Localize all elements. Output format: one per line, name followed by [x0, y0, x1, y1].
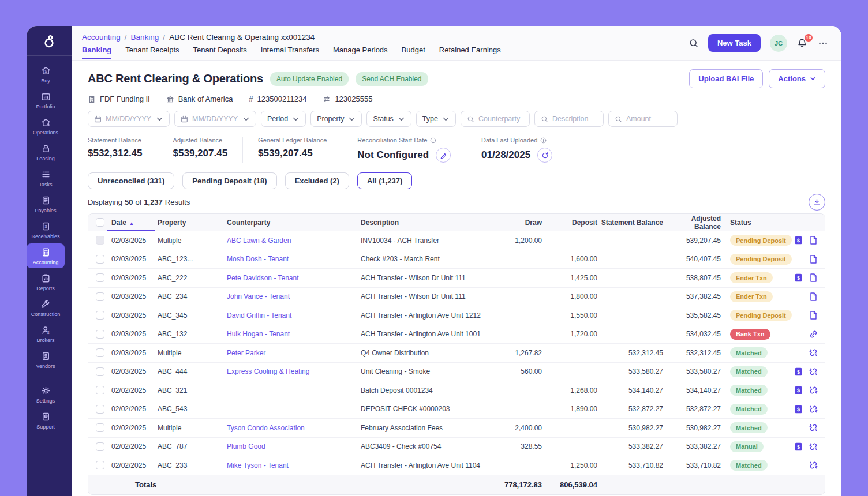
document-icon[interactable]: [809, 273, 818, 283]
sidebar-item-payables[interactable]: Payables: [27, 191, 65, 216]
filter-search-description[interactable]: Description: [534, 111, 604, 127]
filter-dropdown-period[interactable]: Period: [261, 111, 306, 127]
sidebar-item-receivables[interactable]: $Receivables: [27, 217, 65, 242]
search-icon[interactable]: [689, 38, 699, 48]
sidebar-item-construction[interactable]: Construction: [27, 295, 65, 320]
cell-counterparty[interactable]: Mike Tyson - Tenant: [227, 461, 361, 469]
row-checkbox[interactable]: [96, 405, 104, 414]
view-pill-unreconciled-331[interactable]: Unreconciled (331): [88, 172, 174, 189]
sidebar-item-portfolio[interactable]: Portfolio: [27, 88, 65, 112]
cell-counterparty[interactable]: ABC Lawn & Garden: [227, 236, 361, 245]
actions-button[interactable]: Actions: [769, 69, 825, 88]
tab-retained-earnings[interactable]: Retained Earnings: [439, 46, 501, 59]
col-header-deposit[interactable]: Deposit: [542, 219, 597, 227]
receipt-icon[interactable]: $: [794, 442, 803, 452]
row-checkbox[interactable]: [96, 461, 104, 469]
cell-counterparty[interactable]: Plumb Good: [227, 442, 361, 450]
unlink-icon[interactable]: [809, 423, 818, 433]
receipt-icon[interactable]: $: [794, 404, 803, 414]
unlink-icon[interactable]: [809, 367, 818, 377]
sidebar-item-buy[interactable]: $Buy: [27, 62, 65, 87]
logo[interactable]: [27, 26, 72, 56]
cell-counterparty[interactable]: Express Cooling & Heating: [227, 367, 361, 375]
document-icon[interactable]: [809, 254, 818, 264]
col-header-status[interactable]: Status: [721, 219, 789, 227]
sidebar-item-reports[interactable]: Reports: [27, 269, 65, 294]
breadcrumb-banking[interactable]: Banking: [131, 33, 159, 42]
col-header-adjusted-balance[interactable]: Adjusted Balance: [663, 215, 721, 231]
row-checkbox[interactable]: [96, 442, 104, 451]
col-header-description[interactable]: Description: [361, 219, 491, 227]
view-pill-pending-deposit-18[interactable]: Pending Deposit (18): [182, 172, 276, 189]
refresh-button[interactable]: [537, 148, 552, 163]
col-header-counterparty[interactable]: Counterparty: [227, 219, 361, 227]
sidebar-item-tasks[interactable]: Tasks: [27, 166, 65, 190]
document-icon[interactable]: [809, 310, 818, 320]
select-all-checkbox[interactable]: [96, 218, 104, 227]
cell-counterparty[interactable]: Tyson Condo Association: [227, 424, 361, 432]
tab-internal-transfers[interactable]: Internal Transfers: [261, 46, 319, 59]
row-checkbox[interactable]: [96, 423, 104, 432]
row-checkbox[interactable]: [96, 330, 104, 339]
cell-counterparty[interactable]: Peter Parker: [227, 349, 361, 357]
edit-button[interactable]: [436, 148, 451, 163]
sidebar-item-leasing[interactable]: Leasing: [27, 140, 65, 164]
receipt-icon[interactable]: $: [794, 367, 803, 377]
calendar-icon: [94, 115, 102, 123]
document-icon[interactable]: [809, 292, 818, 302]
filter-search-counterparty[interactable]: Counterparty: [461, 111, 530, 127]
col-header-draw[interactable]: Draw: [491, 219, 542, 227]
row-checkbox[interactable]: [96, 292, 104, 301]
row-checkbox[interactable]: [96, 311, 104, 320]
col-header-statement-balance[interactable]: Statement Balance: [597, 219, 663, 227]
filter-dropdown-type[interactable]: Type: [416, 111, 456, 127]
row-checkbox[interactable]: [96, 348, 104, 357]
unlink-icon[interactable]: [809, 348, 818, 358]
unlink-icon[interactable]: [809, 442, 818, 452]
upload-bai-button[interactable]: Upload BAI File: [689, 69, 763, 88]
document-icon[interactable]: [809, 235, 818, 245]
date-filter-from[interactable]: MM/DD/YYYY: [88, 111, 170, 127]
breadcrumb-accounting[interactable]: Accounting: [82, 33, 121, 42]
receipt-icon[interactable]: $: [794, 235, 803, 245]
cell-counterparty[interactable]: Mosh Dosh - Tenant: [227, 255, 361, 263]
row-checkbox[interactable]: [96, 367, 104, 376]
notifications-button[interactable]: 10: [796, 37, 808, 49]
cell-counterparty[interactable]: John Vance - Tenant: [227, 292, 361, 300]
receipt-icon[interactable]: $: [794, 385, 803, 395]
unlink-icon[interactable]: [809, 404, 818, 414]
download-button[interactable]: [809, 194, 825, 211]
filter-dropdown-property[interactable]: Property: [310, 111, 362, 127]
link-icon[interactable]: [809, 329, 818, 339]
date-filter-to[interactable]: MM/DD/YYYY: [174, 111, 256, 127]
cell-counterparty[interactable]: Pete Davidson - Tenant: [227, 274, 361, 282]
col-header-date[interactable]: Date▲: [111, 219, 158, 227]
row-checkbox[interactable]: [96, 255, 104, 264]
sidebar-item-brokers[interactable]: $Brokers: [27, 321, 65, 346]
row-checkbox[interactable]: [96, 386, 104, 394]
cell-counterparty[interactable]: Hulk Hogan - Tenant: [227, 330, 361, 338]
row-checkbox[interactable]: [96, 273, 104, 282]
tab-manage-periods[interactable]: Manage Periods: [333, 46, 388, 59]
unlink-icon[interactable]: [809, 385, 818, 395]
receipt-icon[interactable]: $: [794, 273, 803, 283]
unlink-icon[interactable]: [809, 460, 818, 470]
cell-counterparty[interactable]: David Griffin - Tenant: [227, 311, 361, 320]
sidebar-item-support[interactable]: Support: [27, 408, 65, 433]
sidebar-item-operations[interactable]: Operations: [27, 114, 65, 138]
avatar[interactable]: JC: [770, 35, 787, 52]
tab-tenant-receipts[interactable]: Tenant Receipts: [125, 46, 179, 59]
more-menu-icon[interactable]: [817, 37, 829, 49]
tab-banking[interactable]: Banking: [82, 46, 111, 59]
new-task-button[interactable]: New Task: [708, 34, 761, 52]
tab-tenant-deposits[interactable]: Tenant Deposits: [193, 46, 247, 59]
filter-search-amount[interactable]: Amount: [608, 111, 678, 127]
view-pill-all-1-237[interactable]: All (1,237): [357, 172, 412, 189]
view-pill-excluded-2[interactable]: Excluded (2): [285, 172, 349, 189]
tab-budget[interactable]: Budget: [402, 46, 425, 59]
filter-dropdown-status[interactable]: Status: [366, 111, 411, 127]
col-header-property[interactable]: Property: [158, 219, 227, 227]
sidebar-item-vendors[interactable]: Vendors: [27, 347, 65, 372]
sidebar-item-settings[interactable]: Settings: [27, 382, 65, 407]
sidebar-item-accounting[interactable]: Accounting: [27, 243, 65, 268]
